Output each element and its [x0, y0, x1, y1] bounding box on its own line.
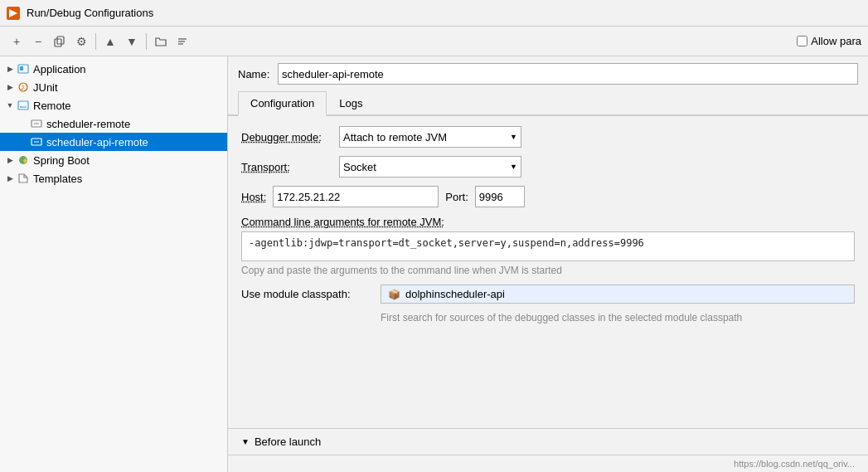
debugger-mode-arrow: ▼ [510, 133, 517, 141]
host-label: Host: [241, 191, 266, 203]
module-classpath-row: Use module classpath: 📦 dolphinscheduler… [241, 285, 855, 304]
cmdline-section: Command line arguments for remote JVM: -… [241, 216, 855, 276]
cmdline-box: -agentlib:jdwp=transport=dt_socket,serve… [241, 231, 855, 261]
main-content: ▶ Application ▶ J JUnit [0, 56, 868, 472]
arrow-spring-boot: ▶ [3, 153, 17, 167]
arrow-templates: ▶ [3, 172, 17, 185]
label-scheduler-remote: scheduler-remote [46, 118, 130, 130]
icon-application [17, 62, 30, 75]
toolbar: + − ⚙ ▲ ▼ Allow para [0, 27, 868, 56]
status-bar: https://blog.csdn.net/qq_oriv... [228, 455, 868, 472]
transport-label: Transport: [241, 161, 332, 173]
sidebar-item-scheduler-api-remote[interactable]: scheduler-api-remote [0, 133, 227, 151]
before-launch-section[interactable]: ▼ Before launch [228, 428, 868, 455]
move-up-button[interactable]: ▲ [100, 32, 120, 51]
icon-spring-boot: ⚡ [17, 153, 30, 167]
arrow-remote: ▼ [3, 99, 17, 112]
title-bar: Run/Debug Configurations [0, 0, 868, 27]
name-label: Name: [238, 68, 271, 80]
allow-parallel-container: Allow para [797, 35, 861, 47]
toolbar-separator-1 [95, 33, 96, 50]
status-url: https://blog.csdn.net/qq_oriv... [734, 459, 855, 469]
name-row: Name: [228, 56, 868, 91]
tabs-bar: Configuration Logs [228, 91, 868, 116]
svg-rect-1 [55, 39, 61, 46]
label-spring-boot: Spring Boot [33, 154, 90, 167]
sort-button[interactable] [172, 32, 192, 51]
label-remote: Remote [33, 100, 71, 112]
settings-button[interactable]: ⚙ [71, 32, 91, 51]
sidebar-item-spring-boot[interactable]: ▶ ⚡ Spring Boot [0, 151, 227, 169]
module-icon: 📦 [388, 289, 400, 300]
sidebar-item-templates[interactable]: ▶ Templates [0, 169, 227, 187]
arrow-application: ▶ [3, 62, 17, 75]
svg-marker-0 [9, 9, 17, 17]
run-debug-configurations-window: Run/Debug Configurations + − ⚙ ▲ ▼ [0, 0, 868, 472]
debugger-mode-value: Attach to remote JVM [343, 131, 447, 144]
sidebar-item-application[interactable]: ▶ Application [0, 60, 227, 78]
right-panel: Name: Configuration Logs Debugger mode: … [228, 56, 868, 472]
label-junit: JUnit [33, 81, 58, 94]
config-panel: Debugger mode: Attach to remote JVM ▼ Tr… [228, 116, 868, 428]
tab-configuration[interactable]: Configuration [238, 91, 327, 116]
svg-point-11 [20, 106, 22, 108]
svg-rect-2 [57, 36, 64, 44]
debugger-mode-select[interactable]: Attach to remote JVM ▼ [339, 126, 521, 148]
sidebar-item-remote[interactable]: ▼ Remote [0, 96, 227, 114]
app-icon [7, 7, 20, 20]
label-application: Application [33, 63, 86, 75]
port-label: Port: [445, 191, 468, 203]
module-classpath-value: dolphinscheduler-api [405, 288, 505, 300]
add-config-button[interactable]: + [7, 32, 27, 51]
folder-button[interactable] [151, 32, 171, 51]
name-input[interactable] [278, 63, 858, 85]
svg-rect-10 [18, 101, 28, 109]
sidebar-tree: ▶ Application ▶ J JUnit [0, 56, 228, 472]
transport-arrow: ▼ [510, 163, 517, 171]
label-scheduler-api-remote: scheduler-api-remote [46, 136, 148, 148]
sidebar-item-junit[interactable]: ▶ J JUnit [0, 78, 227, 96]
window-title: Run/Debug Configurations [27, 7, 153, 19]
toolbar-separator-2 [146, 33, 147, 50]
remove-config-button[interactable]: − [28, 32, 48, 51]
copy-config-button[interactable] [50, 32, 70, 51]
host-input[interactable] [273, 186, 439, 207]
cmdline-value: -agentlib:jdwp=transport=dt_socket,serve… [249, 237, 644, 249]
host-port-row: Host: Port: [241, 186, 855, 207]
icon-scheduler-remote [30, 117, 43, 130]
svg-text:⚡: ⚡ [22, 157, 29, 164]
sidebar-item-scheduler-remote[interactable]: scheduler-remote [0, 114, 227, 133]
transport-value: Socket [343, 161, 376, 173]
arrow-junit: ▶ [3, 80, 17, 94]
move-down-button[interactable]: ▼ [122, 32, 142, 51]
transport-row: Transport: Socket ▼ [241, 156, 855, 178]
svg-text:J: J [21, 84, 24, 91]
debugger-mode-row: Debugger mode: Attach to remote JVM ▼ [241, 126, 855, 148]
allow-parallel-label: Allow para [811, 35, 861, 47]
before-launch-label: Before launch [255, 436, 321, 448]
svg-rect-7 [20, 66, 23, 71]
module-classpath-label: Use module classpath: [241, 288, 374, 300]
icon-remote [17, 99, 30, 112]
icon-templates [17, 172, 30, 185]
debugger-mode-label: Debugger mode: [241, 131, 332, 144]
module-classpath-hint: First search for sources of the debugged… [241, 312, 855, 324]
port-input[interactable] [475, 186, 525, 207]
module-classpath-value-container[interactable]: 📦 dolphinscheduler-api [381, 285, 855, 304]
label-templates: Templates [33, 173, 82, 185]
allow-parallel-checkbox[interactable] [797, 36, 807, 46]
icon-junit: J [17, 80, 30, 94]
tab-logs[interactable]: Logs [327, 91, 375, 116]
transport-select[interactable]: Socket ▼ [339, 156, 521, 178]
icon-scheduler-api-remote [30, 135, 43, 148]
cmdline-hint: Copy and paste the arguments to the comm… [241, 265, 855, 276]
cmdline-label: Command line arguments for remote JVM: [241, 216, 855, 228]
before-launch-arrow: ▼ [241, 437, 250, 446]
